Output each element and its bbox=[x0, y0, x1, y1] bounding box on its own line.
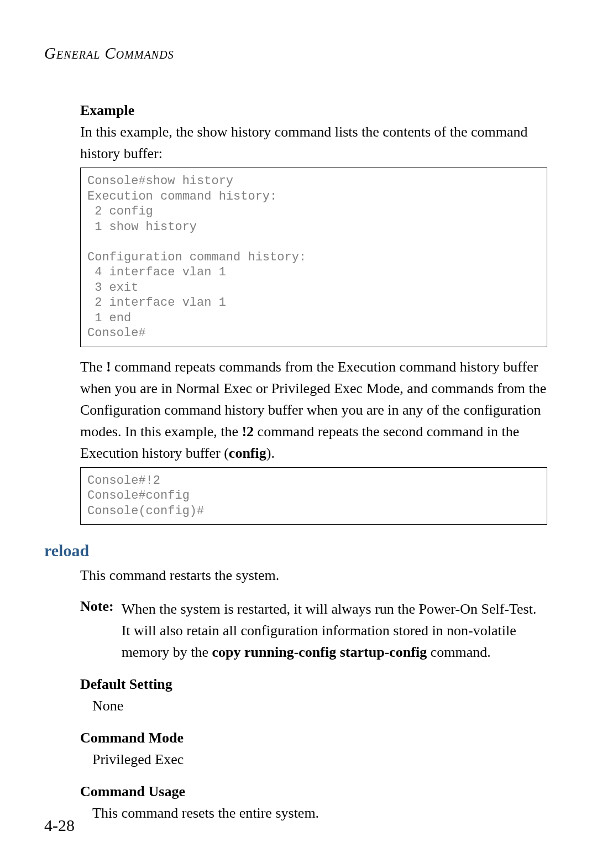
command-usage-value: This command resets the entire system. bbox=[92, 802, 547, 824]
command-mode-heading: Command Mode bbox=[80, 730, 547, 746]
running-head: General Commands bbox=[44, 44, 547, 62]
bang2-cmd: !2 bbox=[242, 423, 254, 440]
bang-cmd: ! bbox=[106, 359, 111, 375]
config-word: config bbox=[229, 445, 266, 461]
code-block-show-history: Console#show history Execution command h… bbox=[80, 168, 547, 347]
page: General Commands Example In this example… bbox=[0, 0, 597, 868]
text-fragment: The bbox=[80, 359, 106, 375]
reload-intro: This command restarts the system. bbox=[80, 564, 547, 586]
default-setting-heading: Default Setting bbox=[80, 676, 547, 693]
example-intro: In this example, the show history comman… bbox=[80, 121, 547, 164]
text-fragment: command. bbox=[427, 644, 491, 660]
main-content: Example In this example, the show histor… bbox=[80, 102, 547, 525]
default-setting-value: None bbox=[92, 695, 547, 717]
page-number: 4-28 bbox=[44, 816, 75, 835]
example-heading: Example bbox=[80, 102, 547, 119]
copy-cmd: copy running-config startup-config bbox=[212, 644, 427, 660]
note-block: Note: When the system is restarted, it w… bbox=[80, 598, 547, 663]
note-body: When the system is restarted, it will al… bbox=[122, 598, 547, 663]
bang-command-paragraph: The ! command repeats commands from the … bbox=[80, 356, 547, 464]
text-fragment: ). bbox=[266, 445, 275, 461]
code-block-bang2: Console#!2 Console#config Console(config… bbox=[80, 467, 547, 525]
command-usage-heading: Command Usage bbox=[80, 783, 547, 800]
reload-content: This command restarts the system. Note: … bbox=[80, 564, 547, 824]
reload-heading: reload bbox=[44, 541, 547, 560]
note-label: Note: bbox=[80, 598, 122, 663]
command-mode-value: Privileged Exec bbox=[92, 749, 547, 770]
